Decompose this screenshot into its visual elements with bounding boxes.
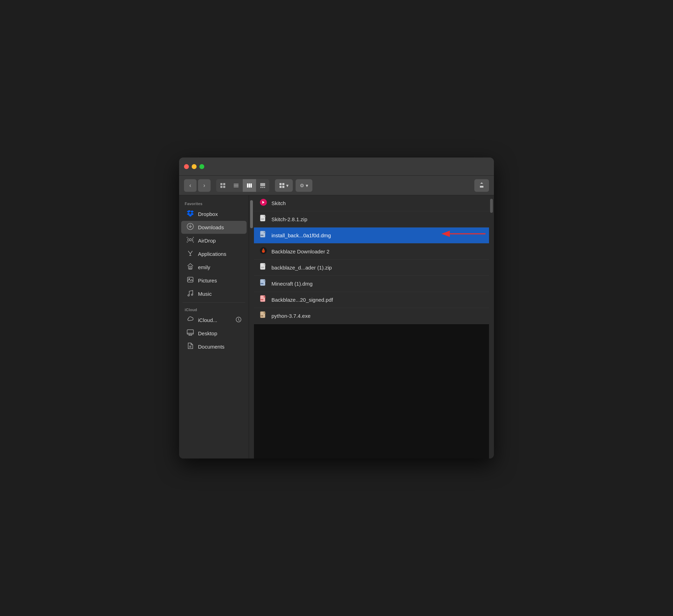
icon-view-button[interactable] [216,179,229,192]
group-chevron-icon: ▾ [286,183,289,188]
file-item-backblaze-downloader[interactable]: Backblaze Downloader 2 [254,244,489,260]
backblaze-app-icon [259,247,268,256]
dropbox-icon [186,210,194,218]
skitch-app-icon [259,198,268,208]
svg-rect-7 [247,183,248,188]
forward-button[interactable]: › [198,179,211,192]
music-icon [186,289,194,298]
file-item-skitch-name: Skitch [271,200,484,206]
settings-chevron-icon: ▾ [306,183,308,188]
svg-rect-0 [220,183,222,185]
toolbar: ‹ › [179,176,494,195]
sidebar-item-pictures-label: Pictures [198,278,217,284]
file-item-install-dmg[interactable]: DMG install_back...0a1f0d.dmg [254,227,489,244]
backblaze-zip-icon: ZIP [259,263,268,272]
file-item-backblaze-zip[interactable]: ZIP backblaze_d...ader (1).zip [254,260,489,276]
svg-rect-11 [260,187,262,188]
file-list: Skitch ZIP Skitch-2.8.1.zip [254,195,489,458]
svg-point-28 [188,295,189,296]
close-button[interactable] [184,164,189,169]
svg-text:ZIP: ZIP [261,266,264,268]
file-item-skitch[interactable]: Skitch [254,195,489,211]
sidebar-item-icloud-label: iCloud... [198,317,217,323]
file-item-backblaze-zip-name: backblaze_d...ader (1).zip [271,265,484,271]
file-item-backblaze-pdf[interactable]: PDF Backblaze...20_signed.pdf [254,292,489,308]
column-view-button[interactable] [243,179,256,192]
svg-point-19 [189,239,191,241]
sidebar-item-airdrop[interactable]: AirDrop [181,234,247,247]
svg-rect-2 [220,186,222,188]
file-item-skitch-zip-name: Skitch-2.8.1.zip [271,216,484,222]
minecraft-dmg-icon: DMG [259,279,268,288]
svg-rect-15 [282,183,284,185]
dmg-file-icon: DMG [259,231,268,240]
gear-icon: ⚙ [300,183,304,188]
sidebar-item-icloud[interactable]: iCloud... [181,314,247,327]
group-button[interactable]: ▾ [275,179,293,192]
share-button[interactable] [474,179,489,192]
sidebar-item-music-label: Music [198,291,212,297]
svg-point-29 [191,294,193,295]
view-switcher [216,179,269,192]
sidebar-item-music[interactable]: Music [181,287,247,300]
sidebar-item-documents[interactable]: Documents [181,340,247,353]
svg-rect-26 [187,277,193,282]
sidebar-scroll-thumb[interactable] [250,200,253,228]
sidebar-item-dropbox[interactable]: Dropbox [181,208,247,220]
minimize-button[interactable] [192,164,197,169]
svg-line-20 [188,251,190,254]
svg-rect-16 [279,186,282,188]
svg-rect-1 [223,183,225,185]
svg-line-21 [190,251,192,254]
file-item-minecraft-dmg-name: Minecraft (1).dmg [271,281,484,287]
svg-rect-10 [260,183,265,186]
svg-text:EXE: EXE [261,315,263,317]
right-scroll-track[interactable] [489,195,494,458]
sidebar-item-dropbox-label: Dropbox [198,211,218,217]
svg-rect-6 [234,187,239,187]
svg-point-44 [263,251,264,252]
documents-icon [186,342,194,351]
svg-rect-4 [234,184,239,184]
zip-file-icon: ZIP [259,215,268,224]
sidebar-item-downloads[interactable]: Downloads [181,221,247,234]
sidebar-item-pictures[interactable]: Pictures [181,274,247,287]
file-item-python-exe[interactable]: EXE python-3.7.4.exe [254,308,489,324]
sidebar-divider [183,302,245,303]
svg-rect-5 [234,185,239,186]
svg-rect-12 [262,187,263,188]
sidebar-item-applications-label: Applications [198,251,226,257]
sidebar-item-desktop[interactable]: Desktop [181,327,247,340]
icloud-icon [186,316,194,324]
svg-rect-25 [190,268,191,269]
maximize-button[interactable] [199,164,204,169]
file-item-python-exe-name: python-3.7.4.exe [271,313,484,319]
svg-rect-31 [187,330,193,334]
exe-file-icon: EXE [259,311,268,321]
file-area: Skitch ZIP Skitch-2.8.1.zip [254,195,494,458]
list-view-button[interactable] [229,179,243,192]
back-button[interactable]: ‹ [184,179,197,192]
svg-rect-14 [279,183,282,185]
svg-text:PDF: PDF [261,299,263,301]
sidebar-item-emily[interactable]: emily [181,261,247,274]
applications-icon [186,250,194,258]
icloud-badge [235,316,242,324]
file-item-minecraft-dmg[interactable]: DMG Minecraft (1).dmg [254,276,489,292]
svg-text:ZIP: ZIP [261,218,264,220]
svg-rect-13 [264,187,265,188]
icloud-section-label: iCloud [179,305,249,313]
svg-rect-8 [249,183,250,188]
right-scroll-thumb[interactable] [490,199,493,213]
svg-rect-17 [282,186,284,188]
sidebar-item-applications[interactable]: Applications [181,247,247,260]
settings-button[interactable]: ⚙ ▾ [296,179,312,192]
sidebar-item-downloads-label: Downloads [198,224,224,230]
sidebar-scroll-track[interactable] [249,195,254,458]
file-item-skitch-zip[interactable]: ZIP Skitch-2.8.1.zip [254,211,489,227]
desktop-icon [186,329,194,338]
gallery-view-button[interactable] [256,179,269,192]
file-list-upper: Skitch ZIP Skitch-2.8.1.zip [254,195,489,324]
sidebar-item-airdrop-label: AirDrop [198,238,216,244]
svg-text:DMG: DMG [261,283,263,285]
